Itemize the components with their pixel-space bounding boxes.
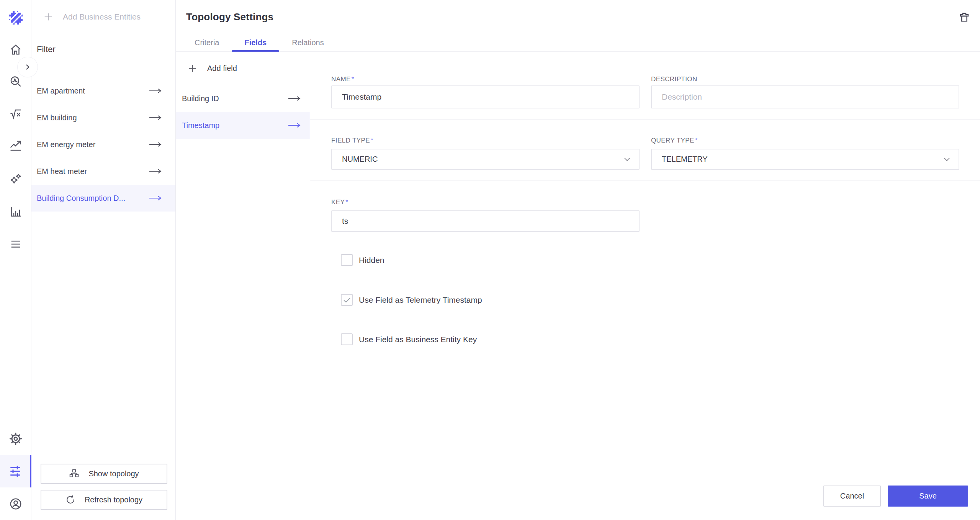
page-title: Topology Settings — [186, 11, 273, 23]
collapse-sidebar-button[interactable] — [17, 57, 38, 77]
telemetry-timestamp-checkbox-row[interactable]: Use Field as Telemetry Timestamp — [341, 294, 482, 306]
key-input[interactable] — [331, 210, 640, 232]
tab-label: Relations — [292, 38, 324, 47]
filter-sliders-icon — [8, 464, 22, 478]
chevron-down-icon — [624, 157, 630, 161]
chevron-down-icon — [944, 157, 950, 161]
check-icon — [343, 297, 351, 303]
filter-item-label: Building Consumption D... — [37, 194, 125, 203]
telemetry-timestamp-checkbox-label: Use Field as Telemetry Timestamp — [359, 295, 482, 305]
description-label: DESCRIPTION — [651, 75, 697, 83]
required-asterisk: * — [371, 137, 373, 144]
arrow-right-icon — [149, 169, 162, 174]
sidebar-item-trends[interactable] — [0, 135, 31, 156]
app-logo — [0, 10, 31, 26]
section-divider — [310, 119, 980, 120]
key-label: KEY* — [331, 198, 348, 206]
telemetry-timestamp-checkbox[interactable] — [341, 294, 353, 306]
plus-icon — [43, 11, 54, 22]
add-business-entities-button[interactable]: Add Business Entities — [31, 0, 175, 34]
plus-icon — [187, 63, 198, 74]
arrow-right-icon — [149, 115, 162, 120]
field-item-timestamp[interactable]: Timestamp — [176, 112, 310, 139]
home-icon — [9, 43, 22, 56]
field-type-label: FIELD TYPE* — [331, 137, 373, 144]
sparkles-icon — [9, 172, 22, 185]
fields-list-panel: Add field Building ID Timestamp — [176, 52, 310, 520]
filter-item-em-energy-meter[interactable]: EM energy meter — [31, 131, 175, 158]
refresh-topology-button[interactable]: Refresh topology — [41, 490, 167, 510]
cancel-button[interactable]: Cancel — [823, 486, 881, 507]
tab-fields[interactable]: Fields — [232, 34, 279, 51]
sidebar-item-account[interactable] — [0, 493, 31, 515]
refresh-icon — [65, 495, 75, 505]
sidebar-item-reports[interactable] — [0, 201, 31, 222]
filter-item-building-consumption[interactable]: Building Consumption D... — [31, 185, 175, 212]
filter-item-em-apartment[interactable]: EM apartment — [31, 77, 175, 104]
arrow-right-icon — [149, 195, 162, 201]
gear-icon — [9, 432, 23, 446]
query-type-label: QUERY TYPE* — [651, 137, 698, 144]
arrow-right-icon — [288, 123, 301, 128]
add-field-button[interactable]: Add field — [176, 52, 310, 85]
hidden-checkbox[interactable] — [341, 254, 353, 266]
tab-label: Fields — [244, 38, 267, 47]
field-type-value: NUMERIC — [342, 155, 378, 164]
description-input[interactable] — [651, 85, 959, 108]
field-type-select[interactable]: NUMERIC — [331, 149, 640, 170]
hidden-checkbox-row[interactable]: Hidden — [341, 254, 384, 266]
tab-relations[interactable]: Relations — [279, 34, 336, 51]
sidebar-item-insights[interactable] — [0, 168, 31, 190]
business-entity-key-checkbox[interactable] — [341, 333, 353, 345]
refresh-topology-label: Refresh topology — [85, 495, 142, 504]
account-icon — [9, 497, 23, 511]
settings-tabs: Criteria Fields Relations — [176, 34, 980, 52]
query-type-select[interactable]: TELEMETRY — [651, 149, 959, 170]
bar-chart-icon — [9, 205, 22, 218]
fields-content: Add field Building ID Timestamp — [176, 52, 980, 520]
logo-icon — [8, 10, 24, 26]
filter-item-label: EM energy meter — [37, 140, 95, 149]
filter-list: EM apartment EM building EM energy meter… — [31, 77, 175, 212]
name-input[interactable] — [331, 85, 640, 108]
sidebar-item-topology-filter[interactable] — [0, 455, 31, 487]
arrow-right-icon — [288, 96, 301, 101]
menu-icon — [9, 238, 22, 251]
tab-label: Criteria — [195, 38, 219, 47]
filter-item-label: EM building — [37, 113, 77, 122]
sidebar-item-formulas[interactable] — [0, 104, 31, 125]
show-topology-label: Show topology — [88, 469, 139, 478]
field-item-label: Building ID — [182, 94, 219, 103]
chevron-right-icon — [23, 62, 32, 72]
field-item-building-id[interactable]: Building ID — [176, 85, 310, 112]
arrow-right-icon — [149, 142, 162, 147]
icon-rail — [0, 0, 31, 520]
filter-item-em-building[interactable]: EM building — [31, 104, 175, 131]
section-divider — [310, 180, 980, 181]
business-entity-key-checkbox-row[interactable]: Use Field as Business Entity Key — [341, 333, 477, 345]
query-type-value: TELEMETRY — [662, 155, 708, 164]
show-topology-button[interactable]: Show topology — [41, 464, 167, 484]
required-asterisk: * — [695, 137, 698, 144]
hidden-checkbox-label: Hidden — [359, 256, 384, 265]
header-divider — [0, 34, 980, 34]
main-header: Topology Settings — [176, 0, 980, 34]
delete-topology-button[interactable] — [958, 10, 971, 23]
required-asterisk: * — [345, 198, 348, 206]
add-field-label: Add field — [207, 64, 237, 73]
search-analytics-icon — [9, 75, 22, 89]
save-button[interactable]: Save — [888, 486, 968, 507]
filter-title: Filter — [37, 44, 56, 54]
field-settings-form: NAME* DESCRIPTION FIELD TYPE* NUMERIC — [310, 52, 980, 520]
sidebar-item-settings[interactable] — [0, 428, 31, 449]
filter-item-em-heat-meter[interactable]: EM heat meter — [31, 158, 175, 185]
filter-item-label: EM apartment — [37, 87, 85, 95]
trash-icon — [958, 11, 970, 23]
business-entity-key-checkbox-label: Use Field as Business Entity Key — [359, 335, 477, 344]
required-asterisk: * — [352, 75, 354, 83]
tab-criteria[interactable]: Criteria — [182, 34, 232, 51]
sitemap-icon — [69, 469, 79, 479]
filter-item-label: EM heat meter — [37, 167, 87, 176]
field-item-label: Timestamp — [182, 121, 219, 130]
sidebar-item-menu[interactable] — [0, 233, 31, 255]
